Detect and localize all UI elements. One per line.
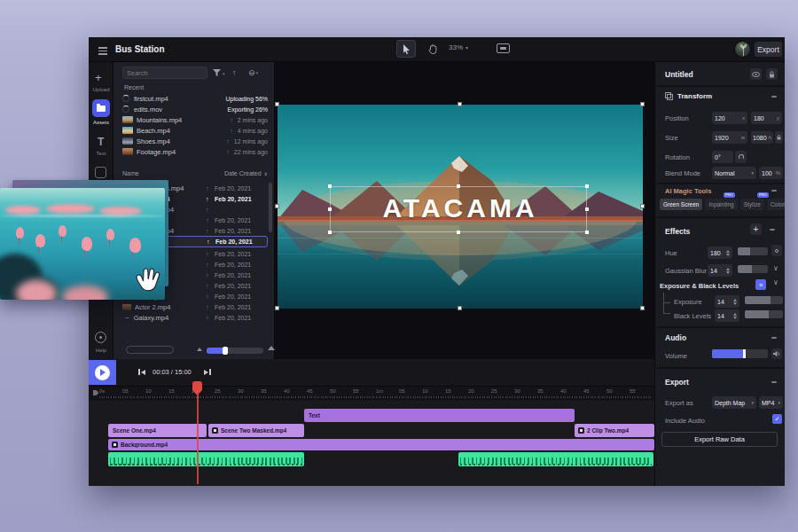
avatar[interactable] [734, 41, 751, 58]
export-container-dropdown[interactable]: MP4 ▾ [759, 396, 783, 409]
volume-slider[interactable] [712, 349, 768, 358]
collapse-icon[interactable] [771, 381, 777, 383]
chevron-down-icon[interactable]: ∨ [773, 264, 778, 272]
transform-section-header[interactable]: Transform [665, 92, 712, 100]
search-input[interactable] [122, 66, 207, 79]
exposure-stepper[interactable]: 14 [715, 295, 739, 308]
stepper-arrows[interactable] [726, 268, 730, 274]
size-width-input[interactable]: 1920 w [712, 131, 747, 144]
canvas-handle[interactable] [458, 306, 462, 310]
selection-handle[interactable] [585, 184, 589, 188]
selection-handle[interactable] [328, 184, 332, 188]
display-mode-button[interactable] [497, 43, 510, 53]
list-item[interactable]: Mountains.mp4 ↑ 2 mins ago [122, 114, 268, 125]
filter-button[interactable]: ▾ [213, 69, 225, 77]
canvas-handle[interactable] [640, 102, 645, 106]
selection-handle[interactable] [457, 231, 460, 234]
blur-slider[interactable] [738, 265, 768, 273]
mute-button[interactable] [771, 348, 782, 359]
list-item[interactable]: edits.mov Exporting 26% [122, 104, 268, 114]
timeline-clip-text[interactable]: Text [304, 409, 575, 422]
menu-icon[interactable] [98, 45, 107, 57]
blend-mode-dropdown[interactable]: Normal ▾ [712, 167, 756, 179]
sort-button[interactable]: ⊖▾ [248, 68, 258, 77]
hue-stepper[interactable]: 180 [708, 246, 732, 259]
canvas-handle[interactable] [640, 306, 645, 310]
chevron-down-icon[interactable]: ∨ [773, 278, 778, 286]
timeline-ruler[interactable]: 0s05101520253035404550551m05101520253035… [89, 387, 654, 401]
file-list-scrollbar[interactable] [269, 183, 272, 232]
canvas-handle[interactable] [275, 306, 279, 310]
list-item[interactable]: Footage.mp4 ↑ 22 mins ago [122, 146, 268, 157]
list-column-header[interactable]: Name Date Created ∨ [122, 170, 268, 176]
slider-handle[interactable] [223, 347, 228, 355]
stepper-arrows[interactable] [726, 250, 730, 256]
aspect-lock-button[interactable] [775, 131, 783, 144]
skip-to-end-button[interactable] [204, 369, 211, 375]
table-row[interactable]: ~ Galaxy.mp4 ↑ Feb 20, 2021 [122, 312, 268, 323]
canvas-handle[interactable] [275, 204, 279, 208]
list-item[interactable]: Shoes.mp4 ↑ 12 mins ago [122, 136, 268, 146]
canvas-handle[interactable] [458, 102, 462, 106]
list-item[interactable]: firstcut.mp4 Uploading 56% [122, 93, 268, 104]
levels-adjust-button[interactable]: ≡ [755, 279, 766, 290]
stylize-button[interactable]: Stylize [740, 199, 764, 210]
audio-clip[interactable] [108, 452, 304, 466]
stepper-arrows[interactable] [733, 313, 737, 319]
size-height-input[interactable]: 1080 h [751, 131, 773, 144]
visibility-button[interactable] [750, 68, 762, 80]
assets-tab[interactable] [92, 99, 110, 117]
selection-handle[interactable] [585, 231, 589, 234]
collapse-icon[interactable] [771, 337, 777, 339]
canvas-handle[interactable] [640, 204, 645, 208]
hue-slider[interactable] [738, 247, 768, 255]
include-audio-checkbox[interactable]: ✓ [772, 414, 782, 424]
upload-button[interactable]: + [95, 71, 102, 84]
lock-button[interactable] [766, 68, 778, 80]
selection-handle[interactable] [328, 231, 332, 234]
stepper-arrows[interactable] [733, 299, 737, 305]
play-button[interactable] [89, 360, 116, 385]
rotate-button[interactable] [735, 151, 747, 163]
inpainting-button[interactable]: Inpainting [705, 199, 737, 210]
stock-tab[interactable] [95, 167, 106, 178]
timeline-clip-scene-two[interactable]: Scene Two Masked.mp4 [208, 424, 304, 437]
timeline-clip-scene-one[interactable]: Scene One.mp4 [108, 424, 207, 437]
blur-stepper[interactable]: 14 [708, 264, 732, 277]
selection-handle[interactable] [328, 207, 332, 211]
selection-handle[interactable] [585, 207, 589, 211]
thumbnail-size-slider[interactable] [207, 348, 263, 354]
list-item[interactable]: Beach.mp4 ↑ 4 mins ago [122, 125, 268, 136]
black-levels-stepper[interactable]: 14 [715, 309, 739, 322]
timeline-clip-background[interactable]: Background.mp4 [108, 439, 654, 450]
skip-to-start-button[interactable] [138, 369, 145, 375]
black-levels-slider[interactable] [745, 310, 783, 318]
upload-asset-button[interactable]: ↑ [232, 68, 237, 77]
rotation-input[interactable]: 0° [712, 151, 733, 163]
position-y-input[interactable]: 180 y [751, 112, 782, 124]
selection-handle[interactable] [457, 184, 460, 188]
colorize-button[interactable]: Colorize [767, 199, 785, 210]
export-button[interactable]: Export [755, 42, 782, 57]
audio-clip[interactable] [458, 452, 653, 466]
add-effect-button[interactable]: + [750, 223, 762, 235]
collapse-icon[interactable] [770, 229, 775, 231]
text-selection-box[interactable] [330, 186, 587, 232]
help-button[interactable] [95, 332, 106, 343]
exposure-slider[interactable] [745, 296, 783, 304]
text-tab[interactable]: T [98, 136, 104, 148]
green-screen-button[interactable]: Green Screen [660, 199, 702, 210]
export-raw-data-button[interactable]: Export Raw Data [661, 432, 778, 447]
collapse-icon[interactable] [771, 190, 777, 192]
timeline-clip-two[interactable]: 2 Clip Two.mp4 [575, 424, 654, 437]
position-x-input[interactable]: 120 x [712, 112, 747, 124]
opacity-input[interactable]: 100 % [759, 167, 783, 179]
table-row[interactable]: Actor 2.mp4 ↑ Feb 20, 2021 [122, 301, 268, 312]
cursor-tool-button[interactable] [396, 40, 416, 58]
canvas-handle[interactable] [275, 102, 279, 106]
hand-tool-button[interactable] [423, 40, 442, 58]
export-format-dropdown[interactable]: Depth Map ▾ [712, 396, 756, 409]
hue-reset-button[interactable] [771, 245, 782, 256]
zoom-level-dropdown[interactable]: 33% ▾ [449, 43, 468, 51]
collapse-icon[interactable] [771, 96, 777, 98]
